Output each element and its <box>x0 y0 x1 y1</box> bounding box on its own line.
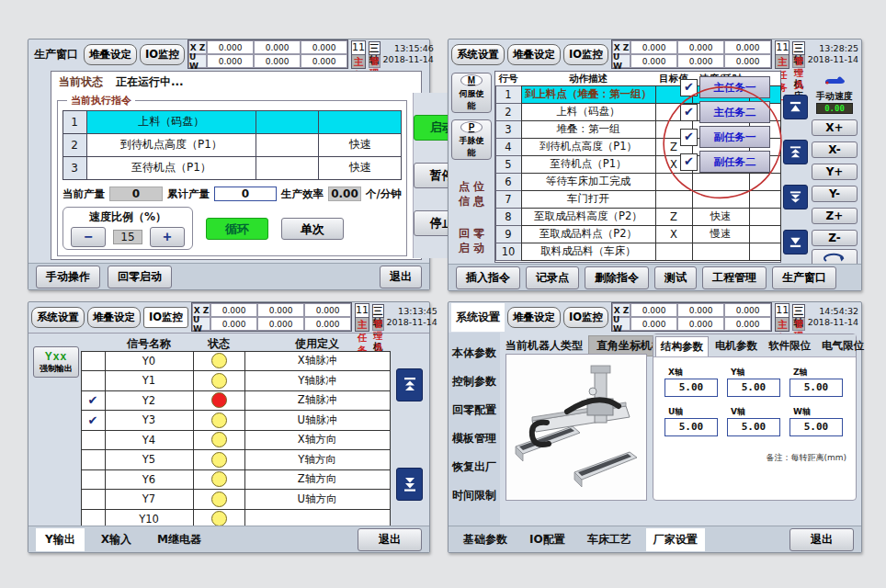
jog-x-minus-button[interactable]: X- <box>812 141 858 158</box>
scroll-to-bottom-button[interactable] <box>783 230 808 254</box>
delete-instruction-button[interactable]: 删除指令 <box>585 266 649 289</box>
instruction-row[interactable]: 8至取成品料高度（P2）Z快速 <box>495 208 780 225</box>
speed-minus-button[interactable]: − <box>71 227 106 247</box>
record-point-button[interactable]: 记录点 <box>526 266 579 289</box>
handwheel-enable-button[interactable]: P 手脉使能 <box>451 119 492 160</box>
single-mode-button[interactable]: 单次 <box>281 218 344 240</box>
insert-instruction-button[interactable]: 插入指令 <box>456 266 520 289</box>
force-checkbox[interactable] <box>81 430 106 451</box>
command-speed <box>318 110 402 134</box>
task-option[interactable]: ✔ 副任务一 <box>680 125 770 149</box>
force-checkbox[interactable]: ✔ <box>81 410 106 431</box>
menu-control-params[interactable]: 控制参数 <box>452 374 496 390</box>
force-checkbox[interactable] <box>81 351 106 372</box>
io-monitor-button[interactable]: IO监控 <box>563 307 608 328</box>
force-checkbox[interactable] <box>81 489 106 510</box>
io-row[interactable]: ✔ Y2 Z轴脉冲 <box>81 390 390 411</box>
u-axis-field[interactable]: 5.00 <box>664 418 718 436</box>
checkbox-checked-icon[interactable]: ✔ <box>680 104 698 121</box>
tab-basic-params[interactable]: 基础参数 <box>456 528 515 551</box>
io-monitor-tab-active[interactable]: IO监控 <box>143 307 188 328</box>
task-option[interactable]: ✔ 副任务二 <box>680 150 770 174</box>
io-row[interactable]: ✔ Y3 U轴脉冲 <box>81 411 390 431</box>
stack-settings-button[interactable]: 堆叠设定 <box>84 44 137 65</box>
io-row[interactable]: Y0 X轴脉冲 <box>81 351 390 371</box>
home-start-button[interactable]: 回 零 启 动 <box>459 226 484 255</box>
stack-settings-button[interactable]: 堆叠设定 <box>507 307 561 328</box>
command-row[interactable]: 2 到待机点高度（P1） 快速 <box>62 133 402 156</box>
menu-body-params[interactable]: 本体参数 <box>452 345 496 361</box>
instruction-row[interactable]: 6等待车床加工完成 <box>495 173 780 190</box>
instruction-row[interactable]: 9至取成品料点（P2）X慢速 <box>495 225 780 243</box>
exit-button[interactable]: 退出 <box>380 266 422 288</box>
force-checkbox[interactable] <box>81 370 106 391</box>
page-up-button[interactable] <box>783 140 808 164</box>
tab-electric-limit[interactable]: 电气限位 <box>817 336 869 356</box>
tab-lathe-process[interactable]: 车床工艺 <box>580 528 639 551</box>
tab-structure-params[interactable]: 结构参数 <box>655 336 709 356</box>
tab-soft-limit[interactable]: 软件限位 <box>764 336 815 356</box>
exit-button[interactable]: 退出 <box>789 528 854 551</box>
manual-operation-button[interactable]: 手动操作 <box>36 266 100 288</box>
stack-settings-button[interactable]: 堆叠设定 <box>87 307 141 328</box>
project-manage-button[interactable]: 工程管理 <box>702 266 767 289</box>
tab-y-output[interactable]: Y输出 <box>36 528 85 551</box>
loop-mode-button[interactable]: 循环 <box>206 218 268 240</box>
io-monitor-button[interactable]: IO监控 <box>563 44 608 65</box>
io-row[interactable]: Y7 U轴方向 <box>81 490 390 510</box>
x-axis-field[interactable]: 5.00 <box>664 379 718 397</box>
force-checkbox[interactable] <box>81 449 106 470</box>
page-down-button[interactable] <box>396 468 423 501</box>
io-row[interactable]: Y4 X轴方向 <box>81 430 390 450</box>
tab-motor-params[interactable]: 电机参数 <box>710 336 762 356</box>
io-row[interactable]: Y5 Y轴方向 <box>81 450 390 470</box>
jog-z-minus-button[interactable]: Z- <box>812 230 858 246</box>
test-button[interactable]: 测试 <box>654 266 697 289</box>
checkbox-checked-icon[interactable]: ✔ <box>680 153 698 171</box>
home-start-button[interactable]: 回零启动 <box>108 266 172 288</box>
system-settings-button[interactable]: 系统设置 <box>31 307 85 328</box>
speed-plus-button[interactable]: + <box>150 227 185 247</box>
page-down-button[interactable] <box>783 185 808 209</box>
production-window-button[interactable]: 生产窗口 <box>772 266 836 289</box>
command-row[interactable]: 3 至待机点（P1） 快速 <box>62 156 402 179</box>
total-output-field[interactable]: 0 <box>214 187 277 201</box>
instruction-row[interactable]: 7车门打开 <box>495 190 780 208</box>
exit-button[interactable]: 退出 <box>358 528 422 551</box>
jog-x-plus-button[interactable]: X+ <box>812 119 858 136</box>
y-axis-field[interactable]: 5.00 <box>727 379 780 397</box>
force-output-button[interactable]: Yxx 强制输出 <box>33 346 79 378</box>
tab-x-input[interactable]: X输入 <box>92 528 141 551</box>
io-monitor-button[interactable]: IO监控 <box>140 44 185 65</box>
menu-template-manage[interactable]: 模板管理 <box>452 431 496 447</box>
note-text: 备注：每转距离(mm) <box>766 452 846 464</box>
tab-m-relay[interactable]: M继电器 <box>148 528 210 551</box>
system-settings-button[interactable]: 系统设置 <box>451 44 505 65</box>
menu-homing-config[interactable]: 回零配置 <box>452 402 496 418</box>
task-option[interactable]: ✔ 主任务一 <box>680 75 770 99</box>
jog-y-plus-button[interactable]: Y+ <box>812 164 858 180</box>
page-up-button[interactable] <box>396 368 423 401</box>
w-axis-field[interactable]: 5.00 <box>789 418 843 436</box>
checkbox-checked-icon[interactable]: ✔ <box>680 129 698 146</box>
io-row[interactable]: Y6 Z轴方向 <box>81 469 390 490</box>
menu-factory-reset[interactable]: 恢复出厂 <box>452 459 496 475</box>
point-info-button[interactable]: 点 位 信 息 <box>459 179 484 209</box>
servo-enable-button[interactable]: M 伺服使能 <box>451 73 492 113</box>
force-checkbox[interactable]: ✔ <box>81 390 106 412</box>
instruction-row[interactable]: 10取料成品料（车床） <box>495 243 780 260</box>
force-checkbox[interactable] <box>81 469 106 491</box>
z-axis-field[interactable]: 5.00 <box>789 379 843 397</box>
jog-y-minus-button[interactable]: Y- <box>812 186 858 202</box>
checkbox-checked-icon[interactable]: ✔ <box>680 79 698 96</box>
menu-time-limit[interactable]: 时间限制 <box>452 488 496 503</box>
stack-settings-button[interactable]: 堆叠设定 <box>507 44 561 65</box>
v-axis-field[interactable]: 5.00 <box>727 418 780 436</box>
task-option[interactable]: ✔ 主任务二 <box>680 100 770 124</box>
scroll-to-top-button[interactable] <box>783 95 808 119</box>
jog-z-plus-button[interactable]: Z+ <box>812 208 858 224</box>
tab-io-config[interactable]: IO配置 <box>522 528 573 551</box>
io-row[interactable]: Y1 Y轴脉冲 <box>81 371 390 391</box>
command-row[interactable]: 1 上料（码盘） <box>62 110 402 133</box>
tab-factory-settings[interactable]: 厂家设置 <box>646 528 705 551</box>
